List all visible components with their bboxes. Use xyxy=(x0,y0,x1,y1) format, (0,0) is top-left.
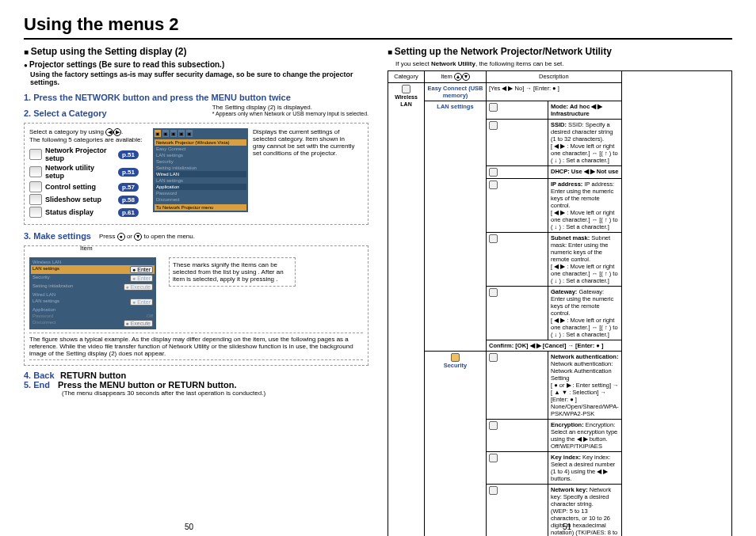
gateway-icon xyxy=(489,288,498,297)
projector-icon xyxy=(29,149,42,160)
th-category: Category xyxy=(388,71,425,83)
cat-intro1: Select a category by using xyxy=(29,128,104,135)
item-security: Security xyxy=(425,352,487,536)
desc-easy: [Yes ◀ ▶ No] → [Enter: ● ] xyxy=(487,83,622,101)
enc-icon xyxy=(489,421,498,430)
right-page: Setting up the Network Projector/Network… xyxy=(388,46,732,536)
cat-network-projector: Network Projector setupp.51 xyxy=(29,146,148,162)
page-ref[interactable]: p.58 xyxy=(118,196,139,204)
page-number-right: 51 xyxy=(563,523,571,531)
status-icon xyxy=(29,207,42,218)
mode-icon xyxy=(489,103,498,112)
network-settings-table: Category Item ▲▼ Description Wireless LA… xyxy=(388,70,732,536)
page-ref[interactable]: p.51 xyxy=(118,150,139,159)
step-5: 5. End xyxy=(24,380,50,390)
page-ref[interactable]: p.61 xyxy=(118,208,139,217)
desc-mode: Mode: Ad hoc ◀ ▶ Infrastructure xyxy=(548,101,622,120)
step-5-note: (The menu disappears 30 seconds after th… xyxy=(24,390,368,397)
step-2: 2. Select a Category xyxy=(24,108,107,118)
cat-slideshow: Slideshow setupp.58 xyxy=(29,194,148,205)
control-icon xyxy=(29,181,42,192)
item-easy-connect: Easy Connect (USB memory) xyxy=(425,83,487,101)
dhcp-icon xyxy=(489,168,498,177)
step-4-text: RETURN button xyxy=(60,371,126,380)
left-page: Setup using the Setting display (2) Proj… xyxy=(24,46,368,536)
step-1: 1. Press the NETWORK button and press th… xyxy=(24,93,368,102)
cat-control-setting: Control settingp.57 xyxy=(29,181,148,192)
figure-note: The figure shows a typical example. As t… xyxy=(29,333,363,360)
item-label: Item xyxy=(80,245,93,252)
subsection-note: Projector settings (Be sure to read this… xyxy=(24,60,368,69)
key-index-icon xyxy=(489,454,498,462)
marks-note: These marks signify the items can be sel… xyxy=(169,257,296,287)
net-key-icon xyxy=(489,486,498,495)
cat-status: Status displayp.61 xyxy=(29,207,148,218)
step-3: 3. Make settings xyxy=(24,231,91,241)
subnet-icon xyxy=(489,234,498,243)
settings-box: Item Wireless LAN LAN settings● Enter Se… xyxy=(24,245,368,366)
enter-icon: ● xyxy=(117,233,125,241)
step1-note2: * Appears only when Network or USB memor… xyxy=(212,111,368,116)
category-box: Select a category by using ◀▶. The follo… xyxy=(24,123,368,225)
wireless-icon xyxy=(402,85,410,93)
page-title: Using the menus 2 xyxy=(24,14,732,40)
item-lan-settings: LAN settings xyxy=(425,101,487,352)
down-arrow-icon: ▼ xyxy=(134,233,142,241)
th-item: Item ▲▼ xyxy=(425,71,487,83)
page-number-left: 50 xyxy=(185,523,193,531)
security-icon xyxy=(451,353,460,362)
ip-icon xyxy=(489,181,498,189)
desc-dhcp: DHCP: Use ◀ ▶ Not use xyxy=(548,166,622,179)
right-heading: Setting up the Network Projector/Network… xyxy=(388,46,732,57)
menu-simulation-2: Wireless LAN LAN settings● Enter Securit… xyxy=(29,257,156,329)
right-arrow-icon: ▶ xyxy=(113,128,121,136)
cat-network-utility: Network utility setupp.51 xyxy=(29,164,148,180)
left-arrow-icon: ◀ xyxy=(105,128,113,136)
step1-note: The Setting display (2) is displayed. xyxy=(212,104,368,111)
step-4: 4. Back xyxy=(24,371,55,380)
auth-icon xyxy=(489,353,498,362)
ssid-icon xyxy=(489,121,498,130)
th-description: Description xyxy=(487,71,622,83)
slideshow-icon xyxy=(29,194,42,205)
left-heading: Setup using the Setting display (2) xyxy=(24,46,368,57)
warning-text: Using the factory settings as-is may suf… xyxy=(24,70,368,86)
desc-confirm: Confirm: [OK] ◀ ▶ [Cancel] → [Enter: ● ] xyxy=(487,340,622,352)
menu-simulation-1: ▣▣▣▣▣ Network Projector (Windows Vista) … xyxy=(153,128,248,212)
utility-icon xyxy=(29,166,42,177)
category-description: Displays the current settings of selecte… xyxy=(253,128,356,157)
page-ref[interactable]: p.51 xyxy=(118,168,139,177)
cat-wireless-lan: Wireless LAN xyxy=(388,83,425,536)
page-ref[interactable]: p.57 xyxy=(118,183,139,192)
step-5-text: Press the MENU button or RETURN button. xyxy=(58,380,237,390)
cat-intro2: The following 5 categories are available… xyxy=(29,136,148,143)
